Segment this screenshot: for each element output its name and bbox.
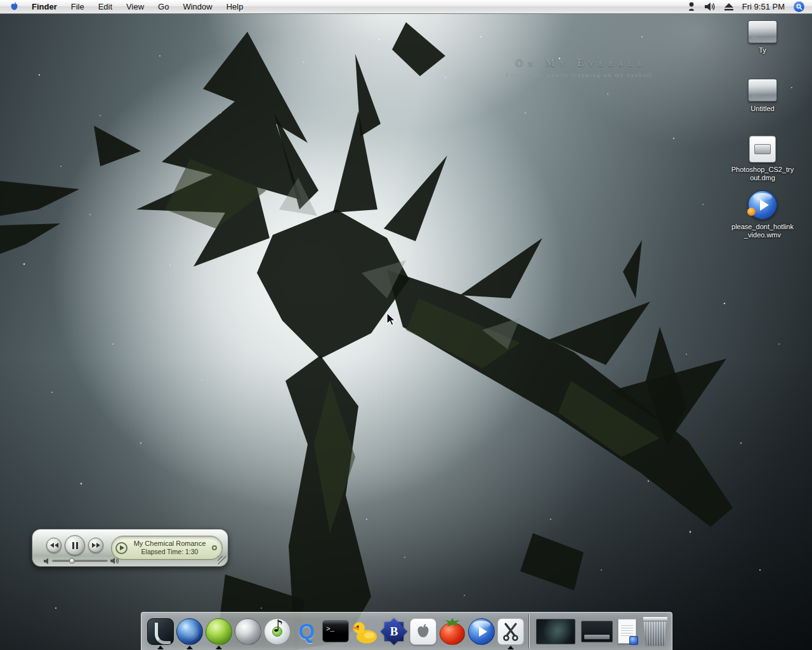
dock-item-web-browser[interactable] <box>175 614 204 649</box>
minimized-document-window[interactable] <box>618 619 636 644</box>
dock-separator <box>528 614 530 649</box>
apple-logo-icon <box>10 2 18 11</box>
pause-glyph <box>76 542 78 549</box>
desktop-icon-photoshop-dmg[interactable]: Photoshop_CS2_tryout.dmg <box>726 136 799 182</box>
web-browser-icon <box>176 618 203 645</box>
apple-menu[interactable] <box>0 2 25 11</box>
menu-bar-clock[interactable]: Fri 9:51 PM <box>742 2 785 11</box>
play-glyph <box>120 545 124 550</box>
volume-icon[interactable] <box>705 3 716 11</box>
menu-item-edit[interactable]: Edit <box>91 0 119 14</box>
now-playing-icon <box>115 542 128 554</box>
menu-item-view[interactable]: View <box>119 0 151 14</box>
dock-item-media-player[interactable] <box>467 614 496 649</box>
dock-item-b-star-app[interactable]: B <box>379 614 409 649</box>
trash-icon[interactable] <box>643 617 668 646</box>
dock-item-tomato-app[interactable] <box>438 614 467 649</box>
fast-forward-glyph <box>96 543 100 548</box>
duck-icon <box>351 620 378 644</box>
rewind-glyph <box>50 543 54 548</box>
desktop-icon-label: Photoshop_CS2_tryout.dmg <box>730 166 795 182</box>
menu-bar: Finder File Edit View Go Window Help Fri… <box>0 0 812 14</box>
fast-forward-button[interactable] <box>88 538 103 553</box>
desktop-icon-ty[interactable]: Ty <box>726 20 799 55</box>
dock-item-terminal[interactable]: >_ <box>321 614 350 649</box>
finder-icon <box>147 618 174 645</box>
pause-glyph <box>72 542 74 549</box>
desktop-icon-untitled[interactable]: Untitled <box>726 79 799 113</box>
dock-item-finder[interactable] <box>146 614 175 649</box>
fast-forward-glyph <box>92 543 96 548</box>
rewind-glyph <box>55 543 58 548</box>
scissors-glyph <box>501 622 520 641</box>
dock-item-sphere-app[interactable] <box>233 614 263 649</box>
menu-item-help[interactable]: Help <box>219 0 251 14</box>
pause-button[interactable] <box>65 535 85 555</box>
running-indicator <box>508 646 514 649</box>
sphere-app-icon <box>235 618 261 645</box>
dock-item-quicktime[interactable]: Q <box>292 614 321 649</box>
b-glyph: B <box>390 625 398 639</box>
resize-grip[interactable] <box>218 556 226 564</box>
spotlight-search-icon[interactable] <box>794 1 804 12</box>
terminal-icon: >_ <box>322 620 349 642</box>
volume-low-icon <box>44 558 49 564</box>
menu-item-go[interactable]: Go <box>151 0 176 14</box>
music-note-glyph: ♪ <box>273 616 284 635</box>
menu-item-finder[interactable]: Finder <box>25 0 64 14</box>
limewire-icon <box>206 618 232 645</box>
volume-slider[interactable] <box>52 560 108 562</box>
apple-glyph <box>416 623 430 640</box>
rewind-button[interactable] <box>46 538 62 553</box>
dock: ♪ Q >_ B <box>141 612 672 650</box>
menu-status-icon[interactable] <box>687 2 696 11</box>
lcd-indicator-dot <box>212 545 217 550</box>
itunes-mini-player[interactable]: My Chemical Romance Elapsed Time: 1:30 <box>32 529 228 567</box>
eject-icon[interactable] <box>724 3 733 11</box>
minimized-video-window[interactable] <box>536 619 575 644</box>
media-file-icon <box>748 190 777 220</box>
hard-drive-icon <box>748 20 777 43</box>
volume-slider-knob[interactable] <box>69 558 75 564</box>
quicktime-icon: Q <box>293 618 320 645</box>
tomato-body <box>440 623 465 645</box>
elapsed-time: Elapsed Time: 1:30 <box>128 548 212 556</box>
track-name: My Chemical Romance <box>128 540 212 548</box>
menu-item-window[interactable]: Window <box>176 0 219 14</box>
hard-drive-icon <box>748 79 777 102</box>
minimized-player-window[interactable] <box>581 621 613 642</box>
volume-control[interactable] <box>44 557 119 565</box>
desktop-icon-label: Untitled <box>750 105 774 113</box>
desktop-icon-video-wmv[interactable]: please_dont_hotlink_video.wmv <box>726 190 799 239</box>
desktop-icon-label: Ty <box>759 46 766 55</box>
dock-item-limewire[interactable] <box>204 614 233 649</box>
wallpaper-subtitle: Excuse me, you're stepping on my eyeball… <box>482 72 679 78</box>
tomato-icon <box>439 618 466 645</box>
now-playing-text: My Chemical Romance Elapsed Time: 1:30 <box>128 540 212 556</box>
magnifier-glyph <box>796 4 802 10</box>
b-star-icon: B <box>381 618 407 645</box>
itunes-icon: ♪ <box>264 618 291 645</box>
disk-image-drive-glyph <box>754 144 771 154</box>
play-glyph <box>479 627 487 637</box>
running-indicator <box>216 646 222 649</box>
disk-image-icon <box>749 136 776 162</box>
player-lcd-display: My Chemical Romance Elapsed Time: 1:30 <box>111 536 223 560</box>
apple-app-icon <box>410 618 436 645</box>
scissors-icon <box>497 618 524 645</box>
dock-item-itunes[interactable]: ♪ <box>263 614 292 649</box>
running-indicator <box>187 646 193 649</box>
dock-item-apple-app[interactable] <box>409 614 438 649</box>
running-indicator <box>157 646 164 649</box>
desktop-icon-label: please_dont_hotlink_video.wmv <box>730 223 795 239</box>
dock-item-scissors-app[interactable] <box>496 614 525 649</box>
menu-item-file[interactable]: File <box>64 0 91 14</box>
media-player-icon <box>468 618 495 645</box>
dock-item-duck-app[interactable] <box>350 614 379 649</box>
wallpaper-title: On My Eyeball <box>500 57 662 69</box>
play-glyph <box>760 199 769 211</box>
